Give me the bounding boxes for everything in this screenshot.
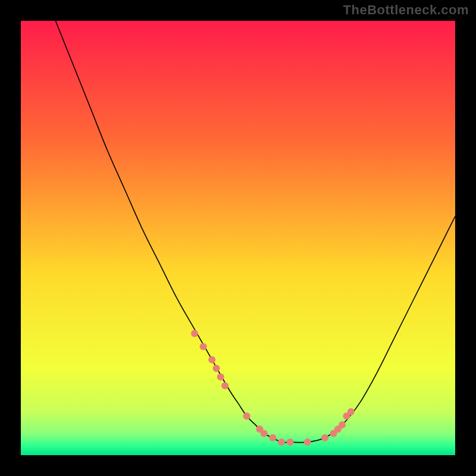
- plot-overlay: [21, 21, 455, 455]
- curve-marker: [304, 439, 311, 446]
- curve-marker: [287, 439, 294, 446]
- curve-marker: [243, 412, 250, 419]
- curve-marker: [213, 365, 220, 372]
- watermark-text: TheBottleneck.com: [343, 2, 469, 18]
- curve-marker: [200, 343, 207, 350]
- chart-frame: TheBottleneck.com: [0, 0, 476, 476]
- curve-marker: [208, 356, 215, 363]
- curve-marker: [347, 408, 355, 415]
- curve-marker: [217, 374, 224, 381]
- curve-marker: [191, 330, 198, 337]
- curve-marker: [321, 434, 328, 441]
- curve-marker: [269, 434, 276, 441]
- marker-group: [191, 330, 355, 446]
- curve-marker: [261, 430, 268, 437]
- bottleneck-curve: [55, 21, 455, 443]
- curve-marker: [278, 439, 285, 446]
- curve-marker: [339, 421, 346, 428]
- curve-marker: [221, 382, 228, 389]
